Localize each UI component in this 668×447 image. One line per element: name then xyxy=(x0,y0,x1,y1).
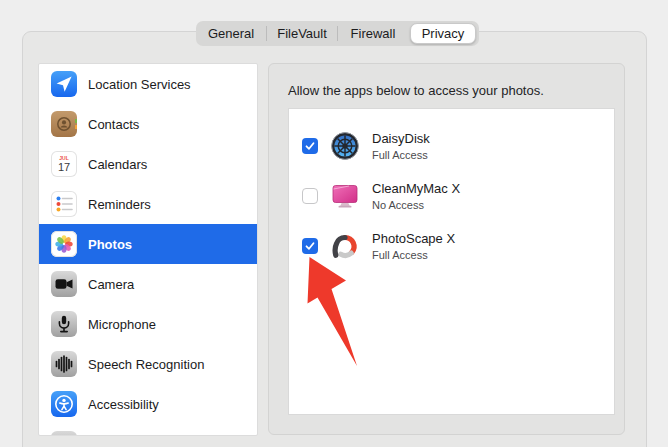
speech-recognition-icon xyxy=(51,351,77,377)
calendar-icon: JUL 17 xyxy=(51,151,77,177)
sidebar-item-speech-recognition[interactable]: Speech Recognition xyxy=(39,344,257,384)
sidebar-item-photos[interactable]: Photos xyxy=(39,224,257,264)
photos-icon xyxy=(51,231,77,257)
tab-firewall[interactable]: Firewall xyxy=(338,21,408,46)
sidebar-item-contacts[interactable]: Contacts xyxy=(39,104,257,144)
clipped-icon xyxy=(51,431,77,436)
contacts-icon xyxy=(51,111,77,137)
app-access-level: Full Access xyxy=(372,149,430,161)
sidebar-item-location-services[interactable]: Location Services xyxy=(39,64,257,104)
photoscape-checkbox[interactable] xyxy=(302,238,318,254)
app-access-level: No Access xyxy=(372,199,460,211)
sidebar-item-label: Calendars xyxy=(88,157,147,172)
sidebar-item-label: Microphone xyxy=(88,317,156,332)
sidebar-item-calendars[interactable]: JUL 17 Calendars xyxy=(39,144,257,184)
svg-text:17: 17 xyxy=(58,161,70,173)
app-row-daisydisk: DaisyDisk Full Access xyxy=(289,121,614,171)
app-access-level: Full Access xyxy=(372,249,455,261)
checkmark-icon xyxy=(304,140,316,152)
cleanmymac-checkbox[interactable] xyxy=(302,188,318,204)
sidebar-item-reminders[interactable]: Reminders xyxy=(39,184,257,224)
location-icon xyxy=(51,71,77,97)
app-name: PhotoScape X xyxy=(372,231,455,246)
tab-privacy[interactable]: Privacy xyxy=(410,23,476,44)
reminders-icon xyxy=(51,191,77,217)
app-name: DaisyDisk xyxy=(372,131,430,146)
sidebar-item-microphone[interactable]: Microphone xyxy=(39,304,257,344)
sidebar-item-label: Camera xyxy=(88,277,134,292)
sidebar-item-label: Speech Recognition xyxy=(88,357,204,372)
app-row-cleanmymac: CleanMyMac X No Access xyxy=(289,171,614,221)
cleanmymac-icon xyxy=(329,180,361,212)
sidebar-item-label: Reminders xyxy=(88,197,151,212)
app-permission-list: DaisyDisk Full Access Cle xyxy=(288,108,615,415)
privacy-detail-panel: Allow the apps below to access your phot… xyxy=(268,63,625,435)
daisydisk-icon xyxy=(329,130,361,162)
sidebar-item-partial[interactable] xyxy=(39,424,257,436)
tab-filevault[interactable]: FileVault xyxy=(267,21,337,46)
checkmark-icon xyxy=(304,240,316,252)
sidebar-item-accessibility[interactable]: Accessibility xyxy=(39,384,257,424)
app-row-photoscape: PhotoScape X Full Access xyxy=(289,221,614,271)
camera-icon xyxy=(51,271,77,297)
sidebar-item-label: Accessibility xyxy=(88,397,159,412)
tab-bar: General FileVault Firewall Privacy xyxy=(196,21,479,46)
daisydisk-checkbox[interactable] xyxy=(302,138,318,154)
panel-description: Allow the apps below to access your phot… xyxy=(288,83,544,98)
sidebar-item-label: Location Services xyxy=(88,77,191,92)
photoscape-icon xyxy=(329,230,361,262)
accessibility-icon xyxy=(51,391,77,417)
microphone-icon xyxy=(51,311,77,337)
app-name: CleanMyMac X xyxy=(372,181,460,196)
privacy-sidebar: Location Services Contacts JUL 17 Calend… xyxy=(38,63,258,436)
sidebar-item-label: Contacts xyxy=(88,117,139,132)
sidebar-item-label: Photos xyxy=(88,237,132,252)
tab-general[interactable]: General xyxy=(196,21,266,46)
sidebar-item-camera[interactable]: Camera xyxy=(39,264,257,304)
